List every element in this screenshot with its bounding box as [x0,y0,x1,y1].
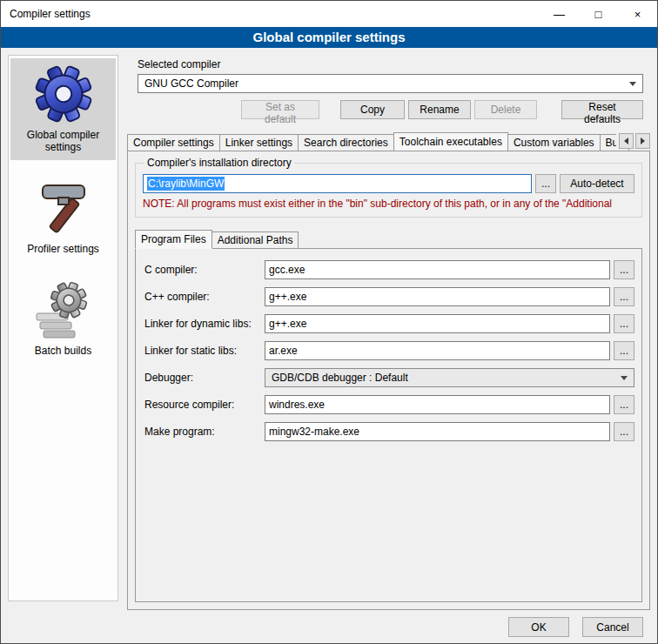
profiler-tool-icon [32,176,95,238]
close-button[interactable]: × [618,1,657,27]
bin-subdirectory-note: NOTE: All programs must exist either in … [143,198,634,210]
installation-directory-row: C:\raylib\MinGW ... Auto-detect [143,174,634,193]
tab-search-directories[interactable]: Search directories [298,134,394,151]
resource-compiler-value: windres.exe [269,399,325,411]
tab-linker-settings[interactable]: Linker settings [219,134,299,151]
tab-scroll-left-button[interactable] [619,133,634,149]
delete-button[interactable]: Delete [474,100,537,119]
dynamic-linker-browse-button[interactable]: ... [614,314,634,333]
c-compiler-input[interactable]: gcc.exe [265,260,610,279]
debugger-dropdown[interactable]: GDB/CDB debugger : Default [265,368,634,387]
gray-gear-stack-icon [32,278,95,340]
window-title: Compiler settings [10,8,91,20]
titlebar[interactable]: Compiler settings — □ × [1,1,657,27]
settings-tabstrip: Compiler settings Linker settings Search… [127,131,650,151]
form-row-static-linker: Linker for static libs: ar.exe ... [144,341,634,360]
maximize-icon: □ [595,9,602,20]
copy-button[interactable]: Copy [340,100,405,119]
selected-compiler-dropdown[interactable]: GNU GCC Compiler [138,74,643,93]
main-panel: Selected compiler GNU GCC Compiler Set a… [127,55,650,610]
cpp-compiler-label: C++ compiler: [144,291,261,303]
make-program-label: Make program: [144,426,261,438]
static-linker-browse-button[interactable]: ... [614,341,634,360]
dialog-header: Global compiler settings [1,27,657,48]
compiler-settings-dialog: Compiler settings — □ × Global compiler … [0,0,658,644]
minimize-icon: — [554,9,565,20]
form-row-debugger: Debugger: GDB/CDB debugger : Default [144,368,634,387]
toolchain-executables-panel: Compiler's installation directory C:\ray… [127,151,650,610]
arrow-right-icon [641,138,645,144]
sidebar-item-profiler-settings[interactable]: Profiler settings [10,171,116,262]
tab-custom-variables[interactable]: Custom variables [507,134,601,151]
static-linker-label: Linker for static libs: [144,345,261,357]
dialog-footer: OK Cancel [508,617,643,637]
tab-scroll-arrows [616,133,650,149]
settings-category-sidebar: Global compiler settings Profiler settin… [8,55,118,601]
tab-scroll-right-button[interactable] [635,133,650,149]
debugger-value: GDB/CDB debugger : Default [272,372,615,384]
make-program-input[interactable]: mingw32-make.exe [265,422,610,441]
program-files-tabstrip: Program Files Additional Paths [135,228,642,248]
dynamic-linker-input[interactable]: g++.exe [265,314,610,333]
resource-compiler-browse-button[interactable]: ... [614,395,634,414]
c-compiler-value: gcc.exe [269,264,305,276]
tab-program-files[interactable]: Program Files [135,230,212,249]
debugger-label: Debugger: [144,372,261,384]
dynamic-linker-value: g++.exe [269,318,306,330]
close-icon: × [634,9,641,20]
cpp-compiler-input[interactable]: g++.exe [265,287,610,306]
arrow-left-icon [624,138,628,144]
installation-directory-value: C:\raylib\MinGW [147,177,225,191]
chevron-down-icon [629,82,636,86]
ok-button[interactable]: OK [508,617,569,637]
form-row-resource-compiler: Resource compiler: windres.exe ... [144,395,634,414]
rename-button[interactable]: Rename [408,100,471,119]
blue-gear-icon [33,64,94,124]
dynamic-linker-label: Linker for dynamic libs: [144,318,261,330]
selected-compiler-label: Selected compiler [138,58,643,70]
maximize-button[interactable]: □ [579,1,618,27]
static-linker-value: ar.exe [269,345,298,357]
sidebar-item-label: Batch builds [35,345,91,357]
installation-directory-group: Compiler's installation directory C:\ray… [135,157,642,218]
sidebar-item-label: Profiler settings [27,243,99,255]
set-as-default-button[interactable]: Set as default [241,100,319,119]
chevron-down-icon [621,376,628,380]
program-files-panel: C compiler: gcc.exe ... C++ compiler: g+… [135,248,642,602]
sidebar-item-batch-builds[interactable]: Batch builds [10,272,116,364]
static-linker-input[interactable]: ar.exe [265,341,610,360]
tab-compiler-settings[interactable]: Compiler settings [127,134,220,151]
tab-additional-paths[interactable]: Additional Paths [212,231,299,248]
browse-directory-button[interactable]: ... [535,174,556,193]
auto-detect-button[interactable]: Auto-detect [560,174,634,193]
installation-directory-input[interactable]: C:\raylib\MinGW [143,174,532,193]
reset-defaults-button[interactable]: Reset defaults [561,100,643,119]
resource-compiler-label: Resource compiler: [144,399,261,411]
selected-compiler-value: GNU GCC Compiler [144,77,624,90]
form-row-cpp-compiler: C++ compiler: g++.exe ... [144,287,634,306]
sidebar-item-label: Global compiler settings [12,129,114,153]
cpp-compiler-value: g++.exe [269,291,306,303]
form-row-dynamic-linker: Linker for dynamic libs: g++.exe ... [144,314,634,333]
cpp-compiler-browse-button[interactable]: ... [614,287,634,306]
form-row-make-program: Make program: mingw32-make.exe ... [144,422,634,441]
make-program-browse-button[interactable]: ... [614,422,634,441]
minimize-button[interactable]: — [540,1,579,27]
c-compiler-label: C compiler: [144,264,261,276]
window-controls: — □ × [540,1,657,27]
make-program-value: mingw32-make.exe [269,426,359,438]
resource-compiler-input[interactable]: windres.exe [265,395,610,414]
cancel-button[interactable]: Cancel [582,617,643,637]
form-row-c-compiler: C compiler: gcc.exe ... [144,260,634,279]
tab-toolchain-executables[interactable]: Toolchain executables [393,132,508,151]
installation-directory-legend: Compiler's installation directory [144,157,294,169]
c-compiler-browse-button[interactable]: ... [614,260,634,279]
sidebar-item-global-compiler-settings[interactable]: Global compiler settings [10,58,116,160]
compiler-actions-row: Set as default Copy Rename Delete Reset … [138,100,643,119]
